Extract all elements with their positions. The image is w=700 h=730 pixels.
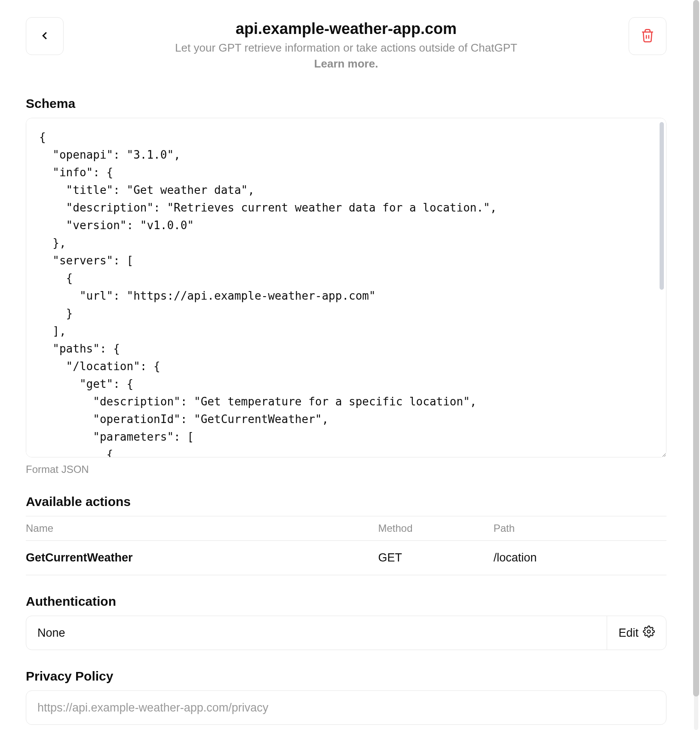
action-method: GET	[378, 541, 494, 575]
schema-label: Schema	[26, 96, 666, 111]
delete-button[interactable]	[629, 17, 666, 55]
available-actions-table: Name Method Path GetCurrentWeather GET /…	[26, 516, 666, 575]
gear-icon	[643, 626, 655, 641]
title-block: api.example-weather-app.com Let your GPT…	[72, 17, 620, 71]
action-editor-panel: api.example-weather-app.com Let your GPT…	[0, 0, 692, 730]
col-path: Path	[494, 516, 666, 541]
page-scrollbar-thumb[interactable]	[693, 0, 699, 696]
authentication-label: Authentication	[26, 594, 666, 609]
svg-point-0	[648, 630, 651, 633]
page-title: api.example-weather-app.com	[72, 20, 620, 38]
privacy-policy-label: Privacy Policy	[26, 669, 666, 684]
table-header-row: Name Method Path	[26, 516, 666, 541]
schema-textarea[interactable]	[26, 118, 666, 457]
col-name: Name	[26, 516, 378, 541]
back-button[interactable]	[26, 17, 64, 55]
action-path: /location	[494, 541, 666, 575]
learn-more-link[interactable]: Learn more.	[72, 57, 620, 71]
col-method: Method	[378, 516, 494, 541]
authentication-edit-button[interactable]: Edit	[607, 616, 666, 650]
action-name: GetCurrentWeather	[26, 541, 378, 575]
schema-scrollbar-thumb[interactable]	[660, 122, 664, 290]
edit-label: Edit	[618, 626, 639, 640]
header-row: api.example-weather-app.com Let your GPT…	[26, 17, 666, 71]
page-subtitle: Let your GPT retrieve information or tak…	[72, 41, 620, 55]
trash-icon	[640, 28, 655, 44]
privacy-policy-input[interactable]	[26, 690, 666, 725]
chevron-left-icon	[38, 29, 51, 43]
table-row[interactable]: GetCurrentWeather GET /location	[26, 541, 666, 575]
authentication-value: None	[26, 616, 607, 650]
format-json-button[interactable]: Format JSON	[26, 463, 666, 475]
authentication-row: None Edit	[26, 616, 666, 650]
available-actions-label: Available actions	[26, 494, 666, 509]
